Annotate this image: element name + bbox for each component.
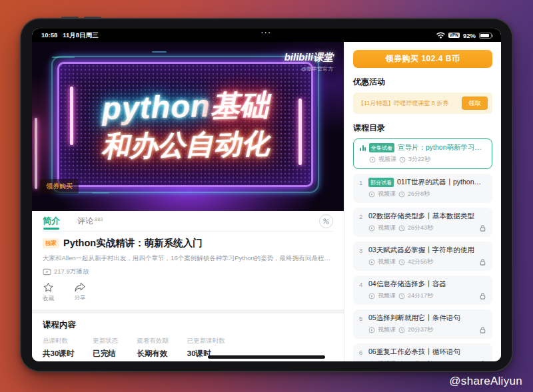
share-icon [74,282,86,292]
comments-count: 883 [95,216,103,222]
watermark: @shareAliyun [449,375,522,388]
lock-icon [479,292,486,300]
coupon-card: 【11月特惠】哔哩哔哩课堂 8 折券 领取 [353,93,492,114]
lesson-meta: 视频课3分22秒 [369,155,486,164]
lesson-title: 04信息存储选择多丨容器 [368,280,446,289]
video-type-icon [368,225,375,232]
lesson-meta: 视频课42分56秒 [368,258,486,266]
play-count: 217.9万播放 [54,268,89,276]
stat-value: 共30课时 [43,349,74,359]
lesson-item[interactable]: 1部分试看01IT世界的武器丨python环境搭建_第一个视频课26分8秒 [353,174,492,203]
neon-sign-board: python基础 和办公自动化 [57,62,313,187]
page-background: 10:58 11月8日周三 ··· VPN 92% [0,0,533,392]
lesson-index: 6 [359,349,365,356]
glitch-streak [52,57,75,58]
duration-clock-icon [398,259,405,266]
catalog-heading: 课程目录 [353,122,492,134]
share-button[interactable]: 分享 [74,282,86,303]
duration-clock-icon [398,191,405,198]
neon-title-line2: 和办公自动化 [101,129,270,160]
neon-title-line1: python基础 [101,88,269,124]
lesson-item[interactable]: 505选择判断就用它丨条件语句视频课20分37秒 [353,309,492,339]
video-type-icon [368,191,375,198]
lesson-item[interactable]: 606重复工作必杀技丨循环语句视频课25分32秒 [353,343,492,361]
duration-clock-icon [398,225,405,232]
lesson-index: 4 [359,281,365,288]
trial-badge: 部分试看 [368,178,394,187]
video-type-icon [369,156,376,163]
lesson-index: 3 [359,247,365,254]
lesson-meta: 视频课28分43秒 [368,224,486,232]
neon-tube [298,98,302,165]
wifi-icon [436,32,445,39]
stat-value: 长期有效 [137,349,169,359]
lesson-title: 01IT世界的武器丨python环境搭建_第一个 [397,178,486,187]
lesson-meta: 视频课26分8秒 [368,190,486,198]
volume-button [61,17,79,19]
stat-value: 已完结 [93,349,118,359]
section-divider [32,309,344,313]
play-count-icon [43,268,51,276]
video-type-icon [368,293,375,299]
lesson-list: 全集试看宣导片：python萌新学习指南视频课3分22秒1部分试看01IT世界的… [353,138,492,361]
home-indicator[interactable] [208,355,325,359]
stat-label: 已更新课时数 [187,337,225,345]
now-playing-bars-icon [360,144,366,151]
uploader-handle: @微学堂官方 [284,65,333,73]
vpn-badge: VPN [448,33,460,38]
promo-heading: 优惠活动 [353,77,492,88]
trial-badge: 全集试看 [369,143,394,152]
bilibili-classroom-logo: bilibili课堂 [284,51,333,64]
glitch-streak [92,192,109,194]
lock-icon [479,360,486,362]
lesson-index: 1 [359,179,365,186]
neon-tube [70,87,73,145]
lesson-title: 宣导片：python萌新学习指南 [398,143,486,152]
lesson-title: 02数据存储类型多丨基本数据类型 [368,212,474,221]
tab-comments[interactable]: 评论883 [77,216,103,227]
video-type-icon [368,259,375,266]
duration-clock-icon [398,293,405,299]
favorite-button[interactable]: 收藏 [43,282,54,303]
video-type-icon [368,361,375,362]
duration-clock-icon [398,327,405,333]
lock-icon [479,224,486,232]
battery-percent: 92% [463,32,476,39]
hero-coupon-badge[interactable]: 领券购买 [40,179,79,194]
lesson-item[interactable]: 404信息存储选择多丨容器视频课24分17秒 [353,276,492,305]
buy-with-coupon-button[interactable]: 领券购买 102.4 B币 [353,50,492,68]
lesson-meta: 视频课24分17秒 [368,292,486,300]
lesson-item[interactable]: 202数据存储类型多丨基本数据类型视频课28分43秒 [353,208,492,237]
coupon-text: 【11月特惠】哔哩哔哩课堂 8 折券 [358,99,458,108]
duration-clock-icon [398,361,405,362]
star-icon [43,282,54,293]
lesson-meta: 视频课20分37秒 [368,325,486,334]
status-date: 11月8日周三 [63,31,98,40]
stat-label: 观看有效期 [137,337,169,345]
tab-intro[interactable]: 简介 [43,211,60,231]
purchase-sidebar: 领券购买 102.4 B币 优惠活动 【11月特惠】哔哩哔哩课堂 8 折券 领取… [344,42,501,361]
multitask-dots-icon: ··· [261,29,272,37]
clock-time: 10:58 [41,31,57,40]
lock-icon [479,326,486,334]
course-cover-video[interactable]: python基础 和办公自动化 bilibili课堂 @微学堂官方 领券购买 [32,42,344,211]
lesson-item[interactable]: 303天赋武器必掌握丨字符串的使用视频课42分56秒 [353,242,492,271]
neon-tube [35,118,37,189]
lesson-index: 2 [359,213,365,220]
battery-icon [479,33,492,39]
course-description: 大家和Allen一起从新手村出发，用四个章节，16个案例解锁各种学习Python… [43,254,333,263]
tab-bar: 简介 评论883 [43,211,333,232]
duration-clock-icon [399,156,406,163]
video-type-icon [368,327,375,333]
course-title: Python实战精讲：萌新系统入门 [63,237,203,250]
glitch-streak [152,51,167,53]
stat-label: 更新状态 [93,337,118,345]
claim-coupon-button[interactable]: 领取 [462,97,488,110]
lesson-index: 5 [359,315,365,322]
lesson-item[interactable]: 全集试看宣导片：python萌新学习指南视频课3分22秒 [353,138,492,169]
status-bar: 10:58 11月8日周三 ··· VPN 92% [32,29,501,42]
lesson-title: 06重复工作必杀技丨循环语句 [368,347,460,357]
promo-circle-icon[interactable] [319,214,333,228]
tablet-frame: 10:58 11月8日周三 ··· VPN 92% [20,18,513,372]
stat-label: 总课时数 [43,337,74,345]
